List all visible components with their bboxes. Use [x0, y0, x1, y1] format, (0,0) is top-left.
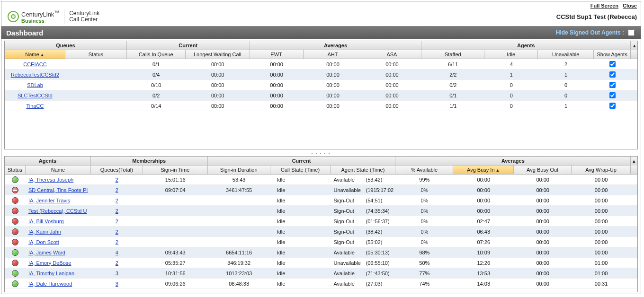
col-ewt[interactable]: EWT [250, 50, 304, 59]
queues-total-link[interactable]: 3 [116, 281, 118, 287]
col-avg-busy-in[interactable]: Avg Busy In▲ [453, 166, 514, 175]
pct-avail-cell: 0% [395, 187, 453, 193]
queues-total-link[interactable]: 2 [116, 208, 118, 214]
agent-row[interactable]: IA, Dale Harewood309:06:2606:48:33IdleAv… [5, 279, 637, 289]
col-signin-duration[interactable]: Sign-in Duration [208, 166, 270, 175]
col-agent-state[interactable]: Agent State (Time) [331, 166, 395, 175]
col-calls-in-queue[interactable]: Calls In Queue [127, 50, 186, 59]
show-agents-checkbox[interactable] [609, 71, 616, 78]
agent-row[interactable]: SD Central, Tina Foote PI209:07:043461:4… [5, 185, 637, 195]
queues-total-link[interactable]: 3 [116, 271, 118, 276]
agent-name-link[interactable]: Test (Rebecca), CCStd U [28, 208, 87, 214]
splitter-handle[interactable]: • • • • • [4, 151, 638, 155]
awu-cell: 00:00 [572, 187, 631, 193]
show-agents-checkbox[interactable] [609, 92, 616, 98]
agent-name-link[interactable]: IA, Emory DeBose [28, 260, 71, 266]
show-agents-checkbox[interactable] [609, 61, 616, 67]
svg-point-0 [11, 15, 15, 18]
col-pct-available[interactable]: % Available [395, 166, 453, 175]
close-link[interactable]: Close [623, 3, 637, 9]
full-screen-link[interactable]: Full Screen [590, 3, 618, 9]
abo-cell: 00:00 [514, 260, 572, 266]
agent-name-link[interactable]: IA, Karin Jahn [28, 229, 61, 235]
ewt-cell: 00:00 [250, 93, 304, 98]
queue-name-link[interactable]: SDLab [27, 82, 43, 88]
agent-row[interactable]: IA, Emory DeBose205:35:27346:19:32IdleUn… [5, 258, 637, 268]
col-agent-name[interactable]: Name [26, 166, 91, 175]
col-asa[interactable]: ASA [362, 50, 421, 59]
col-longest-waiting[interactable]: Longest Waiting Call [186, 50, 250, 59]
col-idle[interactable]: Idle [484, 50, 538, 59]
queue-name-link[interactable]: RebeccaTestCCStd2 [11, 72, 59, 78]
queues-total-link[interactable]: 2 [116, 239, 118, 245]
col-queue-status[interactable]: Status [65, 50, 127, 59]
hide-signed-out-checkbox[interactable] [628, 29, 635, 36]
col-queue-name[interactable]: Name▲ [5, 50, 65, 59]
aht-cell: 00:00 [304, 82, 363, 88]
agent-name-link[interactable]: IA, Dale Harewood [28, 281, 72, 287]
agent-row[interactable]: IA, James Ward409:43:436654:11:16IdleAva… [5, 247, 637, 258]
agent-row[interactable]: IA, Jennifer Travis2IdleSign-Out(54:51)0… [5, 195, 637, 206]
agent-name-link[interactable]: IA, Jennifer Travis [28, 198, 70, 203]
queue-row[interactable]: CCEIACC0/100:0000:0000:0000:006/1142 [5, 59, 637, 70]
col-staffed[interactable]: Staffed [421, 50, 484, 59]
agent-name-link[interactable]: IA, Theresa Joseph [28, 177, 73, 183]
unavail-cell: 2 [538, 61, 594, 67]
agent-state-cell: Sign-Out(38:42) [331, 229, 395, 235]
queue-name-link[interactable]: SLCTestCCStd [18, 93, 53, 98]
agent-name-link[interactable]: IA, Bill Vosburg [28, 218, 64, 224]
queue-row[interactable]: RebeccaTestCCStd20/400:0000:0000:0000:00… [5, 70, 637, 80]
scroll-up-icon[interactable]: ▴ [631, 41, 637, 50]
signin-time-cell: 05:35:27 [143, 260, 208, 266]
show-agents-checkbox[interactable] [609, 82, 616, 88]
call-state-cell: Idle [270, 250, 331, 255]
abo-cell: 00:00 [514, 187, 572, 193]
queues-total-link[interactable]: 2 [116, 218, 118, 224]
queues-total-link[interactable]: 2 [116, 177, 118, 183]
queues-total-link[interactable]: 2 [116, 198, 118, 203]
signin-time-cell: 15:01:16 [143, 177, 208, 183]
agent-row[interactable]: IA, Bill Vosburg2IdleSign-Out(01:56:37)0… [5, 216, 637, 227]
agent-row[interactable]: IA, Don Scott2IdleSign-Out(55:02)0%07:26… [5, 237, 637, 247]
agent-name-link[interactable]: IA, Timothy Lanigan [28, 271, 74, 276]
col-avg-busy-out[interactable]: Avg Busy Out [514, 166, 572, 175]
col-signin-time[interactable]: Sign-in Time [143, 166, 208, 175]
col-unavailable[interactable]: Unavailable [538, 50, 594, 59]
queues-total-link[interactable]: 4 [116, 250, 118, 255]
col-queues-total[interactable]: Queues(Total) [91, 166, 143, 175]
show-agents-checkbox[interactable] [609, 103, 616, 109]
agent-name-link[interactable]: IA, Don Scott [28, 239, 59, 245]
call-state-cell: Idle [270, 177, 331, 183]
col-aht[interactable]: AHT [304, 50, 363, 59]
agent-row[interactable]: Test (Rebecca), CCStd U2IdleSign-Out(74:… [5, 206, 637, 216]
scroll-up-icon-2[interactable]: ▴ [631, 157, 637, 166]
awu-cell: 00:00 [572, 198, 631, 203]
col-show-agents[interactable]: Show Agents [594, 50, 631, 59]
col-avg-wrap-up[interactable]: Avg Wrap-Up [572, 166, 631, 175]
status-red-icon [12, 228, 18, 235]
lwc-cell: 00:00 [186, 103, 250, 109]
queues-total-link[interactable]: 2 [116, 229, 118, 235]
aht-cell: 00:00 [304, 72, 363, 78]
queue-row[interactable]: SDLab0/1000:0000:0000:0000:000/200 [5, 80, 637, 90]
pct-avail-cell: 0% [395, 198, 453, 203]
col-agent-status[interactable]: Status [5, 166, 26, 175]
pct-avail-cell: 77% [395, 271, 453, 276]
pct-avail-cell: 50% [395, 260, 453, 266]
agent-row[interactable]: IA, Theresa Joseph215:01:1653:43IdleAvai… [5, 175, 637, 185]
call-state-cell: Idle [270, 281, 331, 287]
agent-row[interactable]: IA, Timothy Lanigan310:31:561013:23:03Id… [5, 268, 637, 279]
call-state-cell: Idle [270, 271, 331, 276]
queue-row[interactable]: SLCTestCCStd0/200:0000:0000:0000:000/100 [5, 90, 637, 101]
queue-row[interactable]: TinaCC0/1400:0000:0000:0000:001/101 [5, 101, 637, 111]
lwc-cell: 00:00 [186, 72, 250, 78]
queues-total-link[interactable]: 2 [116, 260, 118, 266]
pct-avail-cell: 0% [395, 239, 453, 245]
queue-name-link[interactable]: CCEIACC [23, 61, 47, 67]
queues-total-link[interactable]: 2 [116, 187, 118, 193]
col-call-state[interactable]: Call State (Time) [270, 166, 331, 175]
agent-name-link[interactable]: IA, James Ward [28, 250, 65, 255]
agent-name-link[interactable]: SD Central, Tina Foote PI [28, 187, 88, 193]
queue-name-link[interactable]: TinaCC [27, 103, 44, 109]
agent-row[interactable]: IA, Karin Jahn2IdleSign-Out(38:42)0%06:4… [5, 227, 637, 237]
